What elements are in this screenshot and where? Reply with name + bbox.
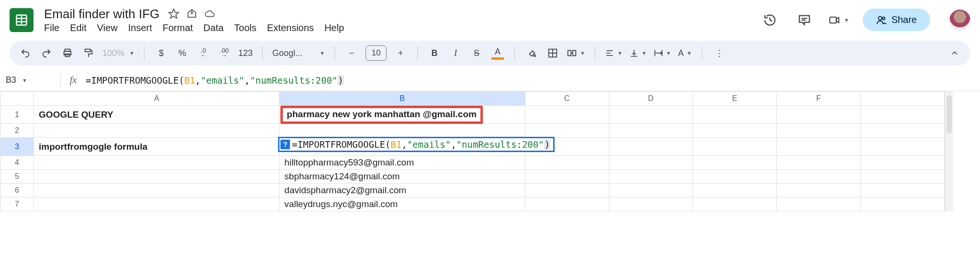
menu-tools[interactable]: Tools [234,22,256,33]
cloud-status-icon[interactable] [204,8,216,20]
menu-extensions[interactable]: Extensions [267,22,314,33]
increase-font-button[interactable]: + [393,45,408,61]
percent-button[interactable]: % [175,45,189,61]
cell[interactable]: valleydrugs.nyc@gmail.com [279,198,525,211]
menu-data[interactable]: Data [203,22,223,33]
menu-edit[interactable]: Edit [70,22,86,33]
spreadsheet-grid[interactable]: A B C D E F 1 GOOGLE QUERY pharmacy new … [0,91,980,211]
column-header[interactable]: D [609,92,692,106]
column-header[interactable]: F [777,92,860,106]
cell[interactable] [860,198,944,211]
cell[interactable] [693,124,777,138]
cell[interactable] [693,170,777,184]
bold-button[interactable]: B [427,45,442,61]
print-button[interactable] [60,45,75,61]
fill-color-button[interactable] [524,45,539,61]
sheets-logo[interactable] [10,8,33,32]
zoom-dropdown[interactable]: 100%▼ [102,48,134,58]
column-header[interactable]: E [693,92,777,106]
borders-button[interactable] [546,45,560,61]
share-button[interactable]: Share [863,9,930,31]
cell-active[interactable]: ? =IMPORTFROMGOOGLE(B1,"emails","numResu… [279,138,525,156]
meet-icon[interactable]: ▼ [828,10,849,31]
text-color-button[interactable]: A [490,45,505,61]
cell[interactable] [525,170,609,184]
vertical-align-button[interactable]: ▼ [629,45,647,61]
name-box[interactable]: B3 ▼ [6,75,54,85]
font-family-dropdown[interactable]: Googl...▼ [272,48,325,58]
strikethrough-button[interactable]: S [469,45,484,61]
horizontal-align-button[interactable]: ▼ [605,45,623,61]
decrease-decimal-button[interactable]: .0← [196,45,211,61]
cell[interactable] [777,156,860,170]
row-header[interactable]: 3 [0,138,34,156]
cell[interactable]: davidspharmacy2@gmail.com [279,184,525,198]
more-toolbar-button[interactable]: ⋮ [712,45,726,61]
cell[interactable] [693,198,777,211]
row-header[interactable]: 4 [0,156,34,170]
cell[interactable] [609,170,692,184]
cell[interactable]: hilltoppharmacy593@gmail.com [279,156,525,170]
menu-view[interactable]: View [97,22,118,33]
cell-editor[interactable]: ? =IMPORTFROMGOOGLE(B1,"emails","numResu… [278,137,555,152]
cell[interactable] [609,184,692,198]
cell[interactable] [777,184,860,198]
number-format-button[interactable]: 123 [238,45,253,61]
undo-button[interactable] [18,45,33,61]
row-header[interactable]: 1 [0,106,34,124]
cell[interactable] [525,124,609,138]
cell[interactable]: pharmacy new york manhattan @gmail.com [279,106,525,124]
select-all-corner[interactable] [0,92,34,106]
cell[interactable] [860,156,944,170]
cell[interactable] [525,198,609,211]
cell[interactable]: GOOGLE QUERY [34,106,279,124]
cell[interactable] [693,138,777,156]
row-header[interactable]: 5 [0,170,34,184]
paint-format-button[interactable] [81,45,96,61]
cell[interactable] [693,184,777,198]
currency-button[interactable]: $ [154,45,168,61]
cell[interactable] [777,138,860,156]
menu-insert[interactable]: Insert [128,22,152,33]
scrollbar-thumb[interactable] [947,95,952,133]
cell[interactable]: sbpharmacy124@gmail.com [279,170,525,184]
cell[interactable] [860,184,944,198]
cell[interactable] [777,106,860,124]
cell[interactable] [525,106,609,124]
row-header[interactable]: 2 [0,124,34,138]
cell[interactable]: importfromgogle formula [34,138,279,156]
vertical-scrollbar[interactable] [945,91,953,211]
cell[interactable] [609,156,692,170]
cell[interactable] [525,156,609,170]
comments-icon[interactable] [794,10,815,31]
increase-decimal-button[interactable]: .00→ [217,45,232,61]
text-rotation-button[interactable]: A▼ [678,45,692,61]
italic-button[interactable]: I [448,45,463,61]
cell[interactable] [609,198,692,211]
menu-file[interactable]: File [44,22,59,33]
move-icon[interactable] [186,8,198,20]
cell[interactable] [860,170,944,184]
star-icon[interactable] [168,8,179,20]
cell[interactable] [777,198,860,211]
cell[interactable] [693,156,777,170]
formula-help-icon[interactable]: ? [280,140,290,149]
cell[interactable] [693,106,777,124]
font-size-input[interactable]: 10 [366,45,387,61]
merge-cells-button[interactable]: ▼ [567,45,585,61]
account-avatar[interactable] [949,10,970,31]
cell[interactable] [34,124,279,138]
cell[interactable] [525,184,609,198]
cell[interactable] [609,106,692,124]
cell[interactable] [777,124,860,138]
cell[interactable] [34,170,279,184]
cell[interactable] [860,138,944,156]
cell[interactable] [609,124,692,138]
cell[interactable] [777,170,860,184]
collapse-toolbar-button[interactable] [947,45,962,61]
cell[interactable] [34,198,279,211]
cell[interactable] [860,124,944,138]
history-icon[interactable] [759,10,780,31]
document-title[interactable]: Email finder with IFG [42,7,161,22]
redo-button[interactable] [39,45,54,61]
